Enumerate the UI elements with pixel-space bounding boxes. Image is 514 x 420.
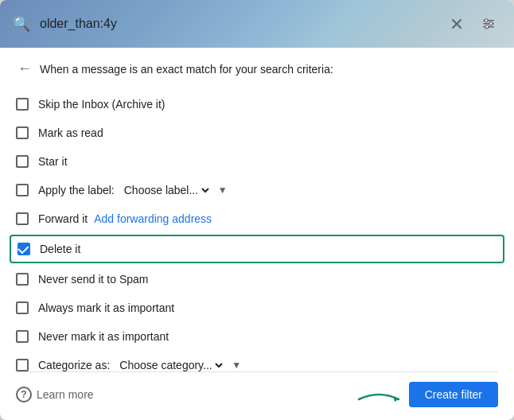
label-select-dropdown[interactable]: Choose label... <box>121 183 212 197</box>
option-star-it: Star it <box>16 147 498 176</box>
filter-options-button[interactable] <box>476 11 501 37</box>
filter-modal: 🔍 ← When a messa <box>0 0 514 420</box>
option-skip-inbox: Skip the Inbox (Archive it) <box>16 90 498 119</box>
header-actions <box>444 11 501 37</box>
options-list: Skip the Inbox (Archive it) Mark as read… <box>0 87 514 371</box>
label-categorize: Categorize as: <box>38 359 110 371</box>
label-skip-inbox: Skip the Inbox (Archive it) <box>38 98 165 111</box>
learn-more-label: Learn more <box>37 388 94 401</box>
categorize-group: Categorize as: Choose category... ▼ <box>38 358 241 371</box>
checkbox-never-spam[interactable] <box>16 273 29 286</box>
checkbox-apply-label[interactable] <box>16 184 29 196</box>
label-forward-it: Forward it <box>38 212 88 225</box>
checkbox-forward-it[interactable] <box>16 212 29 225</box>
arrow-hint-icon <box>355 388 403 410</box>
footer-right: Create filter <box>409 382 498 407</box>
option-always-important: Always mark it as important <box>16 294 498 322</box>
modal-body: ← When a message is an exact match for y… <box>0 48 514 371</box>
svg-point-4 <box>489 22 493 25</box>
back-button[interactable]: ← <box>16 59 33 79</box>
label-never-important: Never mark it as important <box>38 330 169 343</box>
option-never-spam: Never send it to Spam <box>16 265 498 294</box>
checkbox-categorize[interactable] <box>16 359 29 371</box>
forward-it-group: Forward it Add forwarding address <box>38 212 212 225</box>
option-forward-it: Forward it Add forwarding address <box>16 204 498 233</box>
checkbox-delete-it[interactable] <box>18 243 30 255</box>
search-icon: 🔍 <box>13 15 30 33</box>
category-select-dropdown[interactable]: Choose category... <box>116 358 225 371</box>
option-never-important: Never mark it as important <box>16 322 498 351</box>
checkbox-star-it[interactable] <box>16 155 29 168</box>
criteria-text: When a message is an exact match for you… <box>40 63 333 76</box>
option-apply-label: Apply the label: Choose label... ▼ <box>16 176 498 204</box>
create-filter-button[interactable]: Create filter <box>409 382 498 407</box>
modal-footer: ? Learn more Create filter <box>0 372 514 420</box>
create-filter-label: Create filter <box>425 388 482 401</box>
checkbox-mark-as-read[interactable] <box>16 126 29 139</box>
label-always-important: Always mark it as important <box>38 301 174 314</box>
option-categorize: Categorize as: Choose category... ▼ <box>16 351 498 371</box>
close-button[interactable] <box>444 11 469 37</box>
search-input[interactable] <box>40 17 434 31</box>
category-dropdown-arrow-icon: ▼ <box>232 360 241 371</box>
label-mark-as-read: Mark as read <box>38 126 103 139</box>
svg-point-5 <box>485 25 489 29</box>
svg-point-3 <box>485 19 488 22</box>
checkbox-always-important[interactable] <box>16 301 29 314</box>
svg-marker-6 <box>393 396 399 402</box>
label-apply-label: Apply the label: <box>38 184 115 196</box>
label-star-it: Star it <box>38 155 68 168</box>
add-forwarding-address-link[interactable]: Add forwarding address <box>94 212 212 225</box>
label-delete-it: Delete it <box>40 243 80 255</box>
dropdown-arrow-icon: ▼ <box>218 185 228 196</box>
apply-label-group: Apply the label: Choose label... ▼ <box>38 183 228 197</box>
option-mark-as-read: Mark as read <box>16 119 498 147</box>
breadcrumb-row: ← When a message is an exact match for y… <box>0 48 514 87</box>
checkbox-skip-inbox[interactable] <box>16 98 29 111</box>
learn-more-link[interactable]: ? Learn more <box>16 387 94 402</box>
option-delete-it: Delete it <box>10 235 504 263</box>
help-icon: ? <box>16 387 32 402</box>
label-never-spam: Never send it to Spam <box>38 273 149 286</box>
checkbox-never-important[interactable] <box>16 330 29 343</box>
modal-header: 🔍 <box>0 0 514 48</box>
